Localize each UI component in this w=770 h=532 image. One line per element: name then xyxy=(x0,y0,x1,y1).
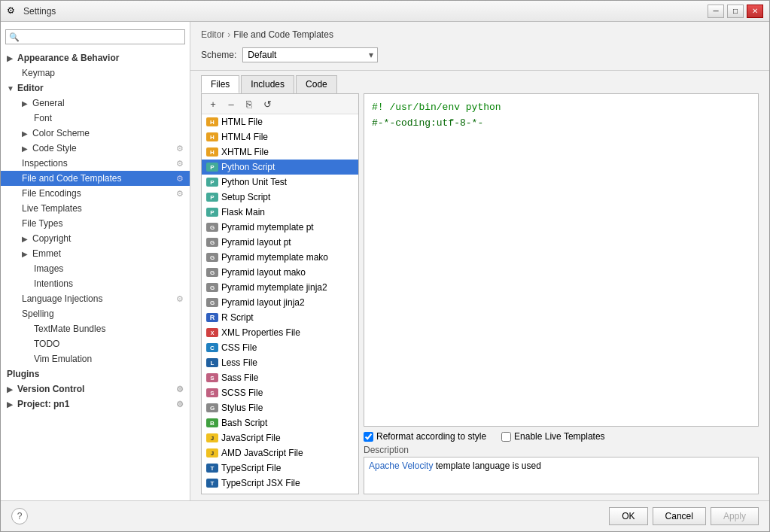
list-item[interactable]: P Flask Main xyxy=(202,205,358,220)
ts-icon: T xyxy=(206,464,218,473)
list-item[interactable]: B Bash Script xyxy=(202,415,358,430)
apply-button[interactable]: Apply xyxy=(711,507,759,525)
gear-icon: ⚙ xyxy=(176,400,184,409)
list-item[interactable]: L Less File xyxy=(202,355,358,370)
list-item[interactable]: G Pyramid layout mako xyxy=(202,265,358,280)
list-item[interactable]: J JavaScript File xyxy=(202,430,358,445)
help-button[interactable]: ? xyxy=(11,508,28,524)
less-icon: L xyxy=(206,358,218,367)
search-box[interactable]: 🔍 xyxy=(5,29,185,44)
list-item[interactable]: H HTML4 File xyxy=(202,129,358,144)
list-item[interactable]: H HTML File xyxy=(202,114,358,129)
code-editor[interactable]: #! /usr/bin/env python #-*-coding:utf-8-… xyxy=(364,93,759,427)
tab-files[interactable]: Files xyxy=(201,75,239,93)
sidebar-item-font[interactable]: Font xyxy=(1,111,190,126)
sidebar-item-keymap[interactable]: Keymap xyxy=(1,65,190,81)
expand-icon: ▶ xyxy=(22,144,29,153)
description-link[interactable]: Apache Velocity xyxy=(369,461,433,471)
live-templates-checkbox-label[interactable]: Enable Live Templates xyxy=(501,431,605,442)
tab-code[interactable]: Code xyxy=(296,75,337,93)
scheme-select[interactable]: Default Project xyxy=(242,47,378,62)
sidebar-item-file-and-code-templates[interactable]: File and Code Templates ⚙ xyxy=(1,171,190,186)
gen-icon: G xyxy=(206,268,218,277)
cancel-button[interactable]: Cancel xyxy=(653,507,706,525)
expand-icon: ▼ xyxy=(7,84,14,93)
gear-icon: ⚙ xyxy=(176,385,184,394)
list-item[interactable]: C CSS File xyxy=(202,340,358,355)
add-template-button[interactable]: + xyxy=(205,96,221,111)
list-item[interactable]: G Pyramid layout jinja2 xyxy=(202,295,358,310)
list-item[interactable]: G Pyramid mytemplate pt xyxy=(202,220,358,235)
remove-template-button[interactable]: – xyxy=(223,96,239,111)
sidebar-item-file-encodings[interactable]: File Encodings ⚙ xyxy=(1,186,190,201)
list-item[interactable]: T TypeScript File xyxy=(202,461,358,476)
close-button[interactable]: ✕ xyxy=(747,5,763,18)
list-item[interactable]: J AMD JavaScript File xyxy=(202,445,358,461)
sidebar-item-textmate-bundles[interactable]: TextMate Bundles xyxy=(1,321,190,336)
html-icon: H xyxy=(206,117,218,126)
sidebar-item-version-control[interactable]: ▶ Version Control ⚙ xyxy=(1,382,190,397)
sidebar-item-file-types[interactable]: File Types xyxy=(1,216,190,231)
reset-template-button[interactable]: ↺ xyxy=(259,96,275,111)
list-item[interactable]: P Python Unit Test xyxy=(202,175,358,190)
sidebar-item-images[interactable]: Images xyxy=(1,261,190,276)
py-icon: P xyxy=(206,193,218,202)
sidebar-item-inspections[interactable]: Inspections ⚙ xyxy=(1,156,190,171)
css-icon: C xyxy=(206,343,218,352)
list-item[interactable]: R R Script xyxy=(202,310,358,325)
copy-template-button[interactable]: ⎘ xyxy=(241,96,257,111)
panel-body: + – ⎘ ↺ H HTML File H H xyxy=(190,93,769,500)
sidebar-item-vim-emulation[interactable]: Vim Emulation xyxy=(1,351,190,366)
sidebar-item-general[interactable]: ▶ General xyxy=(1,96,190,111)
list-item[interactable]: X XML Properties File xyxy=(202,325,358,340)
list-item-python-script[interactable]: P Python Script xyxy=(202,160,358,175)
list-item[interactable]: H XHTML File xyxy=(202,144,358,160)
tab-includes[interactable]: Includes xyxy=(241,75,294,93)
list-item[interactable]: S SCSS File xyxy=(202,385,358,400)
search-input[interactable] xyxy=(23,32,181,42)
js-icon: J xyxy=(206,448,218,458)
sidebar-item-code-style[interactable]: ▶ Code Style ⚙ xyxy=(1,141,190,156)
gen-icon: G xyxy=(206,298,218,307)
search-icon: 🔍 xyxy=(9,32,20,42)
split-pane: + – ⎘ ↺ H HTML File H H xyxy=(201,93,759,494)
sidebar: 🔍 ▶ Appearance & Behavior Keymap ▼ Edito… xyxy=(1,22,190,500)
gear-icon: ⚙ xyxy=(176,189,184,199)
expand-icon: ▶ xyxy=(7,385,14,394)
list-item[interactable]: G Stylus File xyxy=(202,400,358,415)
expand-icon: ▶ xyxy=(22,235,29,243)
breadcrumb: Editor › File and Code Templates xyxy=(190,22,769,44)
code-line-2: #-*-coding:utf-8-*- xyxy=(372,116,750,132)
list-item[interactable]: G Pyramid mytemplate mako xyxy=(202,250,358,265)
sidebar-item-emmet[interactable]: ▶ Emmet xyxy=(1,246,190,261)
maximize-button[interactable]: □ xyxy=(727,5,744,18)
sidebar-item-appearance[interactable]: ▶ Appearance & Behavior xyxy=(1,50,190,65)
list-item[interactable]: T TypeScript JSX File xyxy=(202,476,358,491)
sidebar-item-editor[interactable]: ▼ Editor xyxy=(1,81,190,96)
breadcrumb-parent: Editor xyxy=(201,29,224,40)
r-icon: R xyxy=(206,313,218,322)
sidebar-item-copyright[interactable]: ▶ Copyright xyxy=(1,231,190,246)
reformat-checkbox-label[interactable]: Reformat according to style xyxy=(364,431,486,442)
list-item[interactable]: P Setup Script xyxy=(202,190,358,205)
expand-icon: ▶ xyxy=(7,400,14,409)
ok-button[interactable]: OK xyxy=(609,507,647,525)
reformat-checkbox[interactable] xyxy=(364,432,373,442)
minimize-button[interactable]: ─ xyxy=(708,5,724,18)
live-templates-checkbox[interactable] xyxy=(501,432,511,442)
sidebar-item-todo[interactable]: TODO xyxy=(1,336,190,351)
breadcrumb-separator: › xyxy=(227,29,230,40)
list-item[interactable]: S Sass File xyxy=(202,370,358,385)
list-item[interactable]: G Pyramid layout pt xyxy=(202,235,358,250)
reformat-label: Reformat according to style xyxy=(376,431,486,442)
sidebar-item-color-scheme[interactable]: ▶ Color Scheme xyxy=(1,126,190,141)
sidebar-item-live-templates[interactable]: Live Templates xyxy=(1,201,190,216)
sidebar-item-spelling[interactable]: Spelling xyxy=(1,306,190,321)
live-templates-label: Enable Live Templates xyxy=(514,431,605,442)
sidebar-item-intentions[interactable]: Intentions xyxy=(1,276,190,291)
sidebar-item-language-injections[interactable]: Language Injections ⚙ xyxy=(1,291,190,306)
sidebar-item-plugins[interactable]: Plugins xyxy=(1,366,190,382)
expand-icon: ▶ xyxy=(22,129,29,138)
sidebar-item-project[interactable]: ▶ Project: pn1 ⚙ xyxy=(1,397,190,412)
list-item[interactable]: G Pyramid mytemplate jinja2 xyxy=(202,280,358,295)
